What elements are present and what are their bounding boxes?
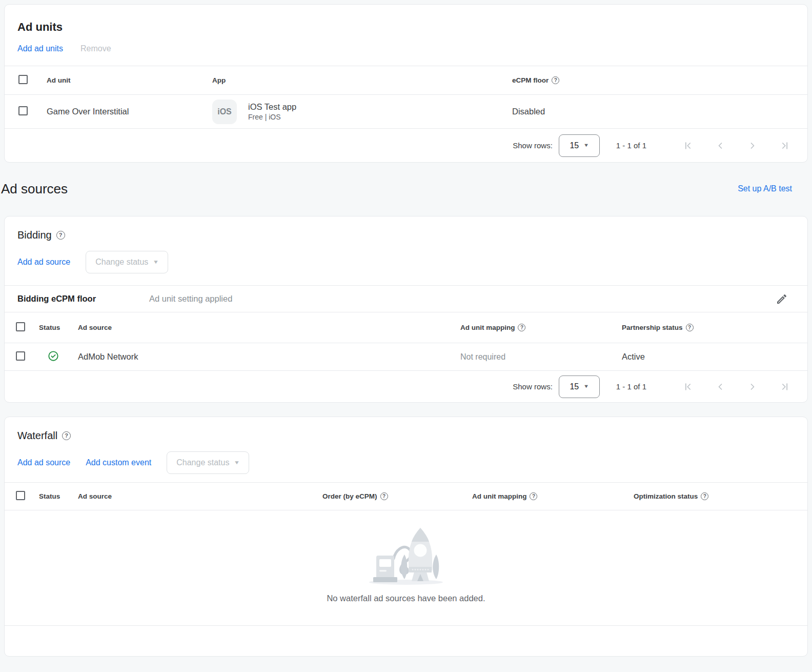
ad-unit-table-row[interactable]: Game Over Interstitial iOS iOS Test app … bbox=[5, 94, 807, 128]
waterfall-card: Waterfall ? Add ad source Add custom eve… bbox=[4, 417, 808, 657]
page-range-label: 1 - 1 of 1 bbox=[616, 382, 646, 391]
waterfall-change-status-button[interactable]: Change status ▼ bbox=[167, 451, 249, 474]
bidding-pagination: Show rows: 15 ▼ 1 - 1 of 1 bbox=[5, 370, 807, 402]
ecpm-floor-value: Disabled bbox=[512, 107, 807, 116]
ad-sources-section-header: Ad sources Set up A/B test bbox=[0, 181, 812, 197]
bidding-title: Bidding bbox=[17, 228, 52, 242]
chevron-down-icon: ▼ bbox=[234, 460, 240, 465]
waterfall-empty-message: No waterfall ad sources have been added. bbox=[327, 594, 485, 603]
ad-source-column-header: Ad source bbox=[74, 492, 318, 500]
chevron-down-icon: ▼ bbox=[583, 384, 589, 389]
last-page-button[interactable] bbox=[780, 141, 790, 151]
next-page-button[interactable] bbox=[747, 382, 758, 392]
bidding-card: Bidding ? Add ad source Change status ▼ … bbox=[4, 216, 808, 403]
ios-app-icon: iOS bbox=[212, 100, 237, 124]
bidding-table-header: Status Ad source Ad unit mapping ? Partn… bbox=[5, 312, 807, 343]
partnership-status-value: Active bbox=[618, 352, 807, 362]
bidding-ecpm-floor-value: Ad unit setting applied bbox=[149, 294, 232, 304]
next-page-button[interactable] bbox=[747, 141, 758, 151]
ad-unit-name: Game Over Interstitial bbox=[47, 107, 212, 116]
row-checkbox[interactable] bbox=[18, 106, 28, 115]
optimization-status-column-header: Optimization status bbox=[634, 492, 698, 500]
active-status-icon bbox=[48, 350, 59, 362]
ad-sources-title: Ad sources bbox=[1, 181, 68, 197]
row-checkbox[interactable] bbox=[16, 351, 25, 361]
waterfall-add-ad-source-button[interactable]: Add ad source bbox=[17, 458, 70, 467]
bidding-ecpm-floor-row: Bidding eCPM floor Ad unit setting appli… bbox=[5, 285, 807, 312]
ad-unit-mapping-column-header: Ad unit mapping bbox=[472, 492, 526, 500]
app-column-header: App bbox=[212, 76, 512, 84]
ad-units-table-header: Ad unit App eCPM floor ? bbox=[5, 66, 807, 94]
show-rows-label: Show rows: bbox=[513, 382, 553, 391]
waterfall-empty-state: No waterfall ad sources have been added. bbox=[5, 510, 807, 625]
select-all-checkbox[interactable] bbox=[18, 75, 28, 84]
select-all-checkbox[interactable] bbox=[16, 491, 25, 500]
app-name: iOS Test app bbox=[248, 101, 296, 112]
partnership-status-column-header: Partnership status bbox=[622, 324, 683, 331]
page-range-label: 1 - 1 of 1 bbox=[616, 141, 646, 150]
rocket-fuel-pump-illustration bbox=[367, 525, 445, 586]
bidding-change-status-button[interactable]: Change status ▼ bbox=[86, 251, 168, 273]
first-page-button[interactable] bbox=[683, 382, 693, 392]
ad-units-pagination: Show rows: 15 ▼ 1 - 1 of 1 bbox=[5, 128, 807, 162]
help-icon[interactable]: ? bbox=[56, 231, 65, 240]
bidding-table-row[interactable]: AdMob Network Not required Active bbox=[5, 343, 807, 370]
rows-per-page-select[interactable]: 15 ▼ bbox=[559, 375, 600, 398]
waterfall-title: Waterfall bbox=[17, 428, 57, 443]
ad-units-title: Ad units bbox=[5, 5, 807, 34]
order-column-header: Order (by eCPM) bbox=[322, 492, 377, 500]
ad-source-column-header: Ad source bbox=[74, 324, 456, 331]
select-all-checkbox[interactable] bbox=[16, 322, 25, 331]
help-icon[interactable]: ? bbox=[380, 492, 388, 500]
ad-source-name: AdMob Network bbox=[74, 352, 456, 362]
help-icon[interactable]: ? bbox=[552, 76, 559, 84]
rows-per-page-select[interactable]: 15 ▼ bbox=[559, 134, 600, 157]
help-icon[interactable]: ? bbox=[518, 324, 525, 331]
first-page-button[interactable] bbox=[683, 141, 693, 151]
status-column-header: Status bbox=[35, 492, 74, 500]
help-icon[interactable]: ? bbox=[62, 431, 71, 440]
chevron-down-icon: ▼ bbox=[583, 143, 589, 148]
remove-button: Remove bbox=[80, 44, 111, 53]
ad-unit-mapping-value: Not required bbox=[456, 352, 618, 362]
last-page-button[interactable] bbox=[780, 382, 790, 392]
add-custom-event-button[interactable]: Add custom event bbox=[86, 458, 151, 467]
ad-unit-column-header: Ad unit bbox=[47, 76, 212, 84]
setup-ab-test-link[interactable]: Set up A/B test bbox=[738, 184, 792, 193]
previous-page-button[interactable] bbox=[715, 382, 725, 392]
bidding-ecpm-floor-label: Bidding eCPM floor bbox=[5, 294, 149, 304]
ecpm-floor-column-header: eCPM floor bbox=[512, 76, 549, 84]
show-rows-label: Show rows: bbox=[513, 141, 553, 150]
help-icon[interactable]: ? bbox=[530, 492, 537, 500]
ad-units-card: Ad units Add ad units Remove Ad unit App… bbox=[4, 4, 808, 163]
ad-unit-mapping-column-header: Ad unit mapping bbox=[460, 324, 515, 331]
status-column-header: Status bbox=[35, 324, 74, 331]
add-ad-units-button[interactable]: Add ad units bbox=[17, 44, 63, 53]
help-icon[interactable]: ? bbox=[686, 324, 694, 331]
waterfall-table-header: Status Ad source Order (by eCPM) ? Ad un… bbox=[5, 482, 807, 510]
chevron-down-icon: ▼ bbox=[153, 260, 159, 265]
waterfall-footer bbox=[5, 625, 807, 656]
help-icon[interactable]: ? bbox=[701, 492, 708, 500]
bidding-add-ad-source-button[interactable]: Add ad source bbox=[17, 258, 70, 267]
app-meta: Free | iOS bbox=[248, 112, 296, 122]
previous-page-button[interactable] bbox=[715, 141, 725, 151]
edit-pencil-icon[interactable] bbox=[776, 293, 788, 305]
